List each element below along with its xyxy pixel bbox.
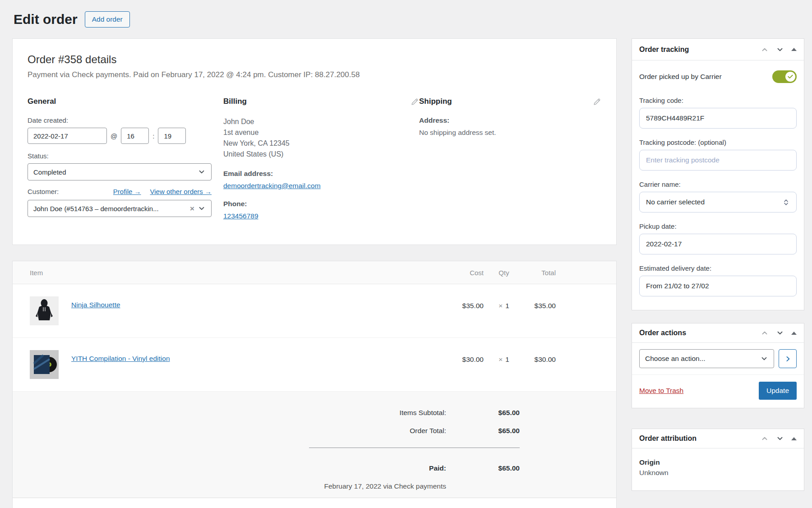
origin-label: Origin xyxy=(639,458,797,466)
customer-select[interactable]: John Doe (#514763 – demoordertrackin... … xyxy=(28,200,212,217)
order-attribution-panel: Order attribution Origin Unkn xyxy=(632,429,804,491)
item-link[interactable]: YITH Compilation - Vinyl edition xyxy=(71,355,170,363)
shipping-column: Shipping Address: No shipping address se… xyxy=(419,97,601,230)
chevron-up-icon xyxy=(761,329,769,337)
edit-billing-button[interactable] xyxy=(411,97,419,106)
carrier-selected-value: No carrier selected xyxy=(646,198,705,206)
order-actions-header: Order actions xyxy=(632,323,804,343)
billing-title: Billing xyxy=(223,97,247,106)
billing-country: United States (US) xyxy=(223,150,283,158)
paid-row: Paid: $65.00 xyxy=(309,464,520,472)
subtotal-row: Items Subtotal: $65.00 xyxy=(309,409,520,417)
apply-action-button[interactable] xyxy=(779,349,797,368)
billing-phone-block: Phone: 123456789 xyxy=(223,200,419,220)
picked-up-toggle[interactable] xyxy=(772,70,797,83)
order-action-select[interactable]: Choose an action... xyxy=(639,349,774,368)
move-panel-up-button[interactable] xyxy=(761,434,769,443)
order-actions-title: Order actions xyxy=(639,329,761,337)
shipping-address-value: No shipping address set. xyxy=(419,129,496,136)
order-tracking-body: Order picked up by Carrier Tracking code… xyxy=(632,60,804,310)
general-column: General Date created: @ : Status: Comple… xyxy=(28,97,212,230)
order-tracking-title: Order tracking xyxy=(639,46,761,54)
order-attribution-body: Origin Unknown xyxy=(632,448,804,490)
paid-value: $65.00 xyxy=(446,464,520,472)
qty-multiply-sign: × xyxy=(498,356,503,363)
tracking-code-input[interactable] xyxy=(639,108,797,129)
view-other-orders-link[interactable]: View other orders → xyxy=(150,188,212,195)
chevron-right-icon xyxy=(784,355,792,363)
chevron-down-icon xyxy=(198,168,206,176)
general-header: General xyxy=(28,97,212,106)
update-button[interactable]: Update xyxy=(759,382,797,400)
panel-controls xyxy=(761,46,797,54)
panel-controls xyxy=(761,329,797,337)
order-actions-footer: Move to Trash Update xyxy=(632,374,804,408)
billing-phone-link[interactable]: 123456789 xyxy=(223,212,258,220)
move-panel-down-button[interactable] xyxy=(776,329,784,337)
add-order-button[interactable]: Add order xyxy=(85,11,130,28)
col-cost-header: Cost xyxy=(429,269,484,277)
chevron-up-icon xyxy=(761,46,769,54)
item-cell: YITH Compilation - Vinyl edition xyxy=(30,350,429,379)
move-panel-down-button[interactable] xyxy=(776,46,784,54)
action-selected-value: Choose an action... xyxy=(645,355,706,363)
collapse-panel-button[interactable] xyxy=(791,332,797,335)
order-attribution-title: Order attribution xyxy=(639,434,761,443)
tracking-postcode-input[interactable] xyxy=(639,150,797,171)
customer-profile-link[interactable]: Profile → xyxy=(113,188,141,195)
at-symbol: @ xyxy=(111,132,117,140)
col-total-header: Total xyxy=(524,269,556,277)
order-tracking-header: Order tracking xyxy=(632,39,804,60)
order-minute-input[interactable] xyxy=(158,128,186,144)
order-data-columns: General Date created: @ : Status: Comple… xyxy=(28,97,601,230)
move-panel-up-button[interactable] xyxy=(761,46,769,54)
collapse-panel-button[interactable] xyxy=(791,437,797,440)
check-icon xyxy=(787,74,794,80)
qty-value: 1 xyxy=(505,302,509,309)
qty-multiply-sign: × xyxy=(498,302,503,309)
billing-email-block: Email address: demoordertracking@email.c… xyxy=(223,170,419,190)
order-date-input[interactable] xyxy=(28,128,107,144)
pickup-date-input[interactable] xyxy=(639,234,797,254)
carrier-name-label: Carrier name: xyxy=(639,180,797,188)
carrier-select[interactable]: No carrier selected xyxy=(639,192,797,212)
item-qty: ×1 xyxy=(484,356,524,364)
order-status-select[interactable]: Completed xyxy=(28,163,212,180)
move-to-trash-link[interactable]: Move to Trash xyxy=(639,387,683,395)
col-qty-header: Qty xyxy=(484,269,524,277)
chevron-down-icon xyxy=(198,204,206,212)
order-attribution-header: Order attribution xyxy=(632,429,804,448)
product-thumbnail-hoodie xyxy=(30,296,59,325)
table-row: Ninja Silhouette $35.00 ×1 $35.00 xyxy=(13,284,616,338)
tracking-postcode-label: Tracking postcode: (optional) xyxy=(639,139,797,146)
move-panel-up-button[interactable] xyxy=(761,329,769,337)
shipping-title: Shipping xyxy=(419,97,452,106)
triangle-up-icon xyxy=(791,332,797,335)
toggle-knob xyxy=(785,72,795,82)
qty-value: 1 xyxy=(505,356,509,363)
edit-shipping-button[interactable] xyxy=(593,97,601,106)
order-actions-body: Choose an action... xyxy=(632,343,804,374)
item-link[interactable]: Ninja Silhouette xyxy=(71,301,120,309)
status-selected-value: Completed xyxy=(33,168,66,176)
clear-customer-icon[interactable]: × xyxy=(190,205,194,212)
billing-email-link[interactable]: demoordertracking@email.com xyxy=(223,182,321,189)
billing-column: Billing John Doe 1st avenue New York, CA… xyxy=(223,97,419,230)
chevron-down-icon xyxy=(776,434,784,443)
sidebar: Order tracking Order picke xyxy=(632,38,804,491)
page-header: Edit order Add order xyxy=(14,11,130,28)
item-qty: ×1 xyxy=(484,302,524,310)
panel-controls xyxy=(761,434,797,443)
estimated-delivery-input[interactable] xyxy=(639,276,797,296)
collapse-panel-button[interactable] xyxy=(791,48,797,51)
main-column: Order #358 details Payment via Check pay… xyxy=(12,38,617,508)
chevron-down-icon xyxy=(760,355,768,363)
order-hour-input[interactable] xyxy=(121,128,149,144)
move-panel-down-button[interactable] xyxy=(776,434,784,443)
order-total-row: Order Total: $65.00 xyxy=(309,427,520,435)
order-items-card: Item Cost Qty Total Ninja Silhouette $35… xyxy=(12,261,617,508)
phone-label: Phone: xyxy=(223,200,419,208)
customer-row: Customer: Profile → View other orders → xyxy=(28,188,212,195)
order-tracking-panel: Order tracking Order picke xyxy=(632,38,804,310)
origin-value: Unknown xyxy=(639,469,797,477)
